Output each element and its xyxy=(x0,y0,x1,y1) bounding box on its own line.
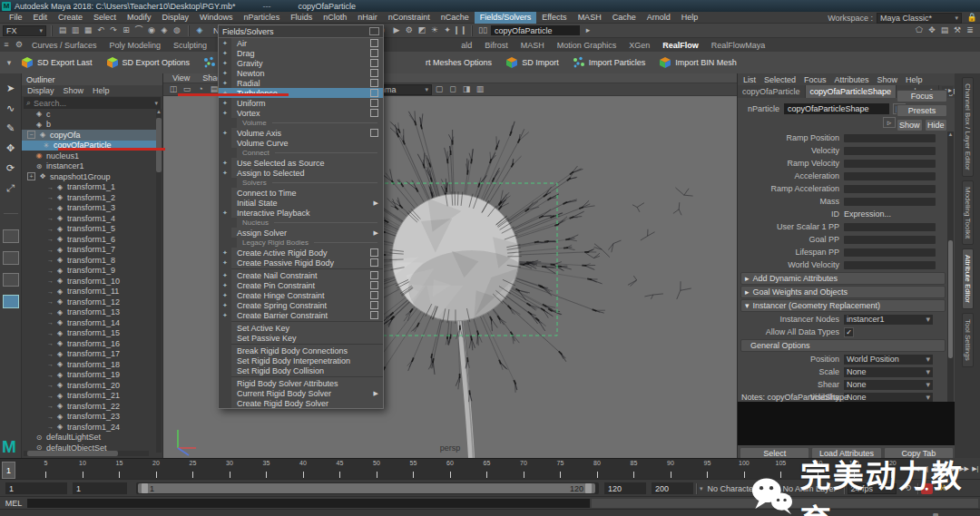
new-scene-icon[interactable]: ▤ xyxy=(56,25,69,36)
outliner-item-transform1-18[interactable]: →◈transform1_18 xyxy=(22,359,156,370)
option-box-icon[interactable] xyxy=(370,311,378,319)
film-gate-icon[interactable]: ▢ xyxy=(433,84,446,95)
outliner-item-transform1-2[interactable]: →◈transform1_2 xyxy=(22,192,156,203)
outliner-item-transform1-22[interactable]: →◈transform1_22 xyxy=(22,401,156,412)
outliner-item-transform1-7[interactable]: →◈transform1_7 xyxy=(22,245,156,256)
attr-field[interactable] xyxy=(844,185,936,193)
right-tab-channel-box-layer-editor[interactable]: Channel Box / Layer Editor xyxy=(962,77,974,177)
menu-item-create-nail-constraint[interactable]: ✦Create Nail Constraint xyxy=(219,270,383,280)
menu-mash[interactable]: MASH xyxy=(573,12,607,24)
shelf-tab-motion-graphics[interactable]: Motion Graphics xyxy=(551,41,623,50)
shelf-menu-icon[interactable]: ≡ xyxy=(0,40,13,51)
menu-item-interactive-playback[interactable]: ✦Interactive Playback xyxy=(219,208,383,218)
shelf-button-rt-meshes-options[interactable]: rt Meshes Options xyxy=(426,58,492,67)
snap-to-point-icon[interactable]: ◉ xyxy=(145,25,158,36)
outliner-item-transform1-1[interactable]: →◈transform1_1 xyxy=(22,182,156,193)
undo-icon[interactable]: ↶ xyxy=(94,25,107,36)
menu-modify[interactable]: Modify xyxy=(122,12,157,24)
resolution-gate-icon[interactable]: ◻ xyxy=(446,84,459,95)
shelf-button-import-particles[interactable]: Import Particles xyxy=(572,55,646,71)
focus-button[interactable]: Focus xyxy=(897,90,947,102)
field-expand-icon[interactable]: ▸ xyxy=(582,25,594,36)
option-box-icon[interactable] xyxy=(370,129,378,137)
menu-item-create-barrier-constraint[interactable]: ✦Create Barrier Constraint xyxy=(219,310,383,320)
render-sequence-icon[interactable]: ▶ xyxy=(390,25,403,36)
attr-field[interactable] xyxy=(844,236,936,244)
menu-item-create-rigid-body-solver[interactable]: Create Rigid Body Solver xyxy=(219,398,383,408)
open-scene-icon[interactable]: ▥ xyxy=(69,25,82,36)
menu-item-air[interactable]: ✦Air xyxy=(219,38,383,48)
scale-tool-icon[interactable]: ⤢ xyxy=(3,180,19,195)
attr-field[interactable] xyxy=(844,198,936,206)
attr-field[interactable] xyxy=(844,248,936,257)
outliner-item-transform1-14[interactable]: →◈transform1_14 xyxy=(22,317,156,328)
menu-item-create-spring-constraint[interactable]: ✦Create Spring Constraint xyxy=(219,300,383,310)
expander-icon[interactable]: − xyxy=(27,131,35,139)
shelf-tab-mash[interactable]: MASH xyxy=(514,41,551,50)
paint-select-tool-icon[interactable]: ✎ xyxy=(3,121,19,135)
workspace-lock-icon[interactable]: 🔒 xyxy=(965,13,978,24)
menu-item-create-pin-constraint[interactable]: ✦Create Pin Constraint xyxy=(219,280,383,290)
option-dropdown-scale[interactable]: None▾ xyxy=(844,367,933,377)
live-surface-icon[interactable]: ◈ xyxy=(193,25,206,36)
outliner-item-b[interactable]: ◈b xyxy=(22,120,156,131)
ae-menu-focus[interactable]: Focus xyxy=(804,75,827,84)
outliner-item-transform1-12[interactable]: →◈transform1_12 xyxy=(22,297,156,307)
menu-item-create-active-rigid-body[interactable]: ✦Create Active Rigid Body xyxy=(219,248,383,258)
outliner-item-defaultlightset[interactable]: ⊙defaultLightSet xyxy=(22,433,156,443)
outliner-item-copyofa[interactable]: −◈copyOfa xyxy=(22,130,156,141)
ae-tab-copyofaparticleshape[interactable]: copyOfaParticleShape xyxy=(806,85,897,98)
menu-item-newton[interactable]: ✦Newton xyxy=(219,68,383,78)
outliner-item-transform1-8[interactable]: →◈transform1_8 xyxy=(22,255,156,266)
menu-item-rigid-body-solver-attributes[interactable]: Rigid Body Solver Attributes xyxy=(219,378,383,388)
arrow-swatch-icon[interactable]: ▹ xyxy=(883,117,896,128)
shelf-tab-realflow[interactable]: RealFlow xyxy=(656,41,705,50)
notes-area[interactable] xyxy=(738,402,956,445)
ae-menu-selected[interactable]: Selected xyxy=(764,75,796,84)
shelf-button-import-bin-mesh[interactable]: Import BIN Mesh xyxy=(658,55,737,71)
light-editor-icon[interactable]: ☀ xyxy=(428,25,441,36)
expander-icon[interactable]: + xyxy=(27,172,35,180)
menu-item-assign-to-selected[interactable]: ✦Assign to Selected xyxy=(219,168,383,178)
option-box-icon[interactable] xyxy=(370,301,378,309)
animation-start-field[interactable]: 1 xyxy=(5,482,67,494)
option-box-icon[interactable] xyxy=(370,109,378,117)
shelf-tab-xgen[interactable]: XGen xyxy=(622,41,656,50)
range-slider[interactable]: 1 120 xyxy=(136,482,599,494)
scroll-up-icon[interactable]: ▲ xyxy=(156,109,162,114)
range-end-handle[interactable] xyxy=(585,483,592,493)
menu-item-volume-curve[interactable]: Volume Curve xyxy=(219,138,383,148)
option-box-icon[interactable] xyxy=(370,99,378,107)
outliner-item-transform1-3[interactable]: →◈transform1_3 xyxy=(22,203,156,214)
outliner-vertical-scrollbar[interactable]: ▲ xyxy=(156,109,162,453)
layout-single-pane-button[interactable] xyxy=(3,229,19,243)
shelf-gear-icon[interactable]: ⚙ xyxy=(13,40,25,51)
snap-to-view-plane-icon[interactable]: ◈ xyxy=(158,25,171,36)
outliner-item-transform1-13[interactable]: →◈transform1_13 xyxy=(22,307,156,318)
outliner-item-transform1-24[interactable]: →◈transform1_24 xyxy=(22,422,156,433)
option-box-icon[interactable] xyxy=(370,258,378,267)
menu-item-volume-axis[interactable]: ✦Volume Axis xyxy=(219,128,383,138)
shelf-tab-sculpting[interactable]: Sculpting xyxy=(167,41,213,50)
humanik-icon[interactable]: ✥ xyxy=(926,25,938,36)
tearoff-window-icon[interactable] xyxy=(369,27,379,35)
option-box-icon[interactable] xyxy=(370,271,378,279)
playback-start-field[interactable]: 1 xyxy=(73,482,127,494)
outliner-menu-help[interactable]: Help xyxy=(93,86,110,95)
menu-item-set-passive-key[interactable]: Set Passive Key xyxy=(219,333,383,343)
outliner-search[interactable]: ⌕ Search... ▾ xyxy=(24,97,161,109)
menu-file[interactable]: File xyxy=(4,12,28,24)
menu-item-current-rigid-body-solver[interactable]: Current Rigid Body Solver▶ xyxy=(219,388,383,398)
menu-item-use-selected-as-source[interactable]: ✦Use Selected as Source xyxy=(219,158,383,168)
select-tool-icon[interactable]: ➤ xyxy=(3,81,19,95)
ae-scrollbar[interactable]: ▲ ▼ xyxy=(947,131,954,444)
option-box-icon[interactable] xyxy=(370,69,378,77)
outliner-item-transform1-17[interactable]: →◈transform1_17 xyxy=(22,349,156,360)
menu-effects[interactable]: Effects xyxy=(536,12,572,24)
menu-item-uniform[interactable]: ✦Uniform xyxy=(219,98,383,108)
looks-icon[interactable]: ✦ xyxy=(441,25,454,36)
outliner-item-transform1-19[interactable]: →◈transform1_19 xyxy=(22,370,156,381)
command-language-toggle[interactable]: MEL xyxy=(0,499,27,508)
shelf-tab-curves-surfaces[interactable]: Curves / Surfaces xyxy=(25,41,103,50)
ae-tab-copyofaparticle[interactable]: copyOfaParticle xyxy=(738,85,806,98)
